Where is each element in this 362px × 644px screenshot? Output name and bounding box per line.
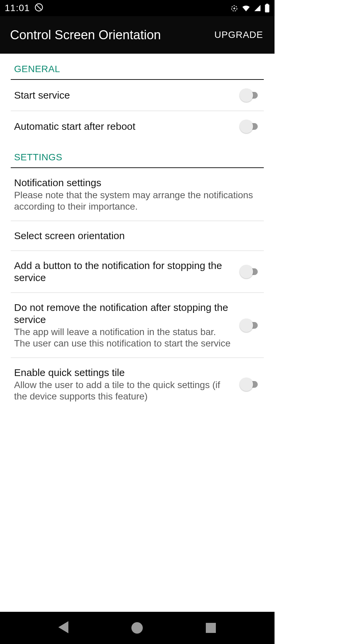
svg-rect-6 bbox=[266, 4, 268, 5]
cell-signal-icon bbox=[254, 4, 261, 12]
battery-icon bbox=[264, 4, 270, 12]
row-title: Automatic start after reboot bbox=[14, 120, 233, 132]
row-stop-button-notif[interactable]: Add a button to the notification for sto… bbox=[11, 251, 264, 293]
svg-rect-5 bbox=[265, 4, 269, 12]
row-auto-start-reboot[interactable]: Automatic start after reboot bbox=[11, 111, 264, 142]
status-bar: 11:01 bbox=[0, 0, 275, 16]
upgrade-button[interactable]: UPGRADE bbox=[213, 27, 264, 43]
section-heading-general: GENERAL bbox=[11, 54, 264, 80]
row-title: Start service bbox=[14, 89, 233, 101]
row-notification-settings[interactable]: Notification settings Please note that t… bbox=[11, 168, 264, 221]
row-keep-notification[interactable]: Do not remove the notification after sto… bbox=[11, 293, 264, 358]
alarm-plus-icon bbox=[230, 4, 238, 12]
rotation-lock-icon bbox=[35, 3, 43, 13]
svg-line-1 bbox=[37, 5, 41, 10]
row-title: Select screen orientation bbox=[14, 230, 260, 242]
toggle-quick-settings-tile[interactable] bbox=[240, 378, 260, 391]
row-start-service[interactable]: Start service bbox=[11, 80, 264, 111]
row-quick-settings-tile[interactable]: Enable quick settings tile Allow the use… bbox=[11, 358, 264, 411]
page-title: Control Screen Orientation bbox=[10, 28, 161, 42]
row-subtitle: Please note that the system may arrange … bbox=[14, 190, 260, 212]
status-time: 11:01 bbox=[5, 3, 30, 13]
row-title: Enable quick settings tile bbox=[14, 367, 233, 379]
row-subtitle: The app will leave a notification in the… bbox=[14, 326, 233, 349]
row-title: Do not remove the notification after sto… bbox=[14, 302, 233, 326]
row-select-orientation[interactable]: Select screen orientation bbox=[11, 221, 264, 251]
toggle-start-service[interactable] bbox=[240, 89, 260, 102]
row-subtitle: Allow the user to add a tile to the quic… bbox=[14, 379, 233, 402]
row-title: Notification settings bbox=[14, 177, 260, 189]
toggle-stop-button-notif[interactable] bbox=[240, 265, 260, 278]
toggle-keep-notification[interactable] bbox=[240, 319, 260, 332]
wifi-icon bbox=[242, 4, 250, 12]
settings-content: GENERAL Start service Automatic start af… bbox=[0, 54, 275, 456]
section-heading-settings: SETTINGS bbox=[11, 142, 264, 168]
toggle-auto-start-reboot[interactable] bbox=[240, 120, 260, 133]
row-title: Add a button to the notification for sto… bbox=[14, 260, 233, 284]
app-bar: Control Screen Orientation UPGRADE bbox=[0, 16, 275, 54]
